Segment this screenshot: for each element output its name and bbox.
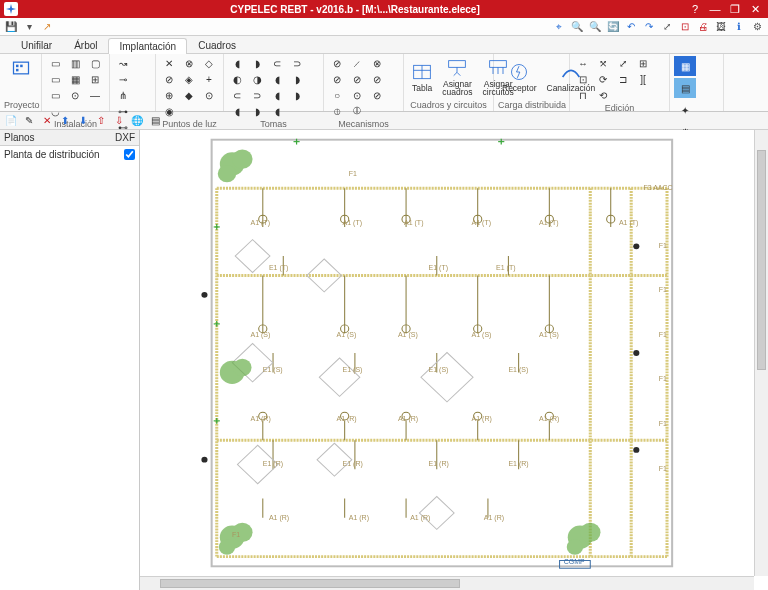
toma-icon[interactable]: ⊂ [268, 56, 286, 70]
edicion-icon[interactable]: ⤢ [614, 56, 632, 70]
proyecto-button[interactable] [4, 56, 37, 80]
tb2-globe-icon[interactable]: 🌐 [130, 114, 144, 128]
luz-icon[interactable]: ✕ [160, 56, 178, 70]
qat-window-icon[interactable]: ⊡ [678, 20, 692, 34]
qat-refresh-icon[interactable]: 🔄 [606, 20, 620, 34]
qat-settings-icon[interactable]: ⚙ [750, 20, 764, 34]
toma-icon[interactable]: ◖ [268, 72, 286, 86]
minimize-button[interactable]: — [706, 2, 724, 16]
instalacion-icon[interactable]: ⊞ [86, 72, 104, 86]
tab-implantacion[interactable]: Implantación [108, 38, 187, 54]
scrollbar-thumb[interactable] [160, 579, 460, 588]
tabla-button[interactable]: Tabla [408, 56, 436, 99]
mecanismo-icon[interactable]: ⦶ [328, 104, 346, 118]
luz-icon[interactable]: ◆ [180, 88, 198, 102]
mecanismo-icon[interactable]: ⊘ [368, 88, 386, 102]
tab-arbol[interactable]: Árbol [63, 37, 108, 53]
note-button[interactable]: ▤ [674, 78, 696, 98]
mecanismo-icon[interactable]: ⟋ [348, 56, 366, 70]
conexiones-icon[interactable]: ↝ [114, 56, 132, 70]
mecanismo-icon[interactable]: ⊘ [328, 56, 346, 70]
luz-icon[interactable]: ◉ [160, 104, 178, 118]
instalacion-icon[interactable]: ▢ [86, 56, 104, 70]
qat-undo-icon[interactable]: ↶ [624, 20, 638, 34]
qat-save-icon[interactable]: 💾 [4, 20, 18, 34]
toma-icon[interactable]: ◐ [228, 72, 246, 86]
edicion-icon[interactable]: ⊓ [574, 88, 592, 102]
tb2-new-icon[interactable]: 📄 [4, 114, 18, 128]
mecanismo-icon[interactable]: ⊗ [368, 56, 386, 70]
help-button[interactable]: ? [686, 2, 704, 16]
instalacion-icon[interactable]: ▭ [46, 56, 64, 70]
toma-icon[interactable]: ◑ [248, 72, 266, 86]
tb2-down-icon[interactable]: ⬇ [76, 114, 90, 128]
edicion-icon[interactable]: ⤧ [594, 56, 612, 70]
qat-dropdown-icon[interactable]: ▾ [22, 20, 36, 34]
calc-button[interactable]: ▦ [674, 56, 696, 76]
toma-icon[interactable]: ◗ [288, 88, 306, 102]
wand-button[interactable]: ✦ [674, 100, 696, 120]
instalacion-icon[interactable]: ▥ [66, 56, 84, 70]
edicion-icon[interactable]: ↔ [574, 56, 592, 70]
conexiones-icon[interactable]: ⋔ [114, 88, 132, 102]
sidebar-row-planta[interactable]: Planta de distribución [0, 146, 139, 162]
tb2-edit-icon[interactable]: ✎ [22, 114, 36, 128]
qat-zoomin-icon[interactable]: 🔍 [570, 20, 584, 34]
mecanismo-icon[interactable]: ○ [328, 88, 346, 102]
instalacion-icon[interactable]: ▦ [66, 72, 84, 86]
tb2-top-icon[interactable]: ⇧ [94, 114, 108, 128]
toma-icon[interactable]: ◗ [248, 104, 266, 118]
qat-info-icon[interactable]: ℹ [732, 20, 746, 34]
tb2-up-icon[interactable]: ⬆ [58, 114, 72, 128]
toma-icon[interactable]: ◖ [268, 88, 286, 102]
qat-target-icon[interactable]: ⌖ [552, 20, 566, 34]
luz-icon[interactable]: ⊘ [160, 72, 178, 86]
qat-zoomout-icon[interactable]: 🔍 [588, 20, 602, 34]
edicion-icon[interactable]: ⊐ [614, 72, 632, 86]
toma-icon[interactable]: ◗ [248, 56, 266, 70]
sidebar-row-checkbox[interactable] [124, 149, 135, 160]
qat-print-icon[interactable]: 🖨 [696, 20, 710, 34]
edicion-icon[interactable]: ⊞ [634, 56, 652, 70]
mecanismo-icon[interactable]: ⊙ [348, 88, 366, 102]
edicion-icon[interactable]: ⊡ [574, 72, 592, 86]
scrollbar-horizontal[interactable] [140, 576, 754, 590]
qat-export-icon[interactable]: ↗ [40, 20, 54, 34]
qat-extent-icon[interactable]: ⤢ [660, 20, 674, 34]
instalacion-icon[interactable]: ⊙ [66, 88, 84, 102]
maximize-button[interactable]: ❐ [726, 2, 744, 16]
instalacion-icon[interactable]: ▭ [46, 88, 64, 102]
edicion-icon[interactable]: ][ [634, 72, 652, 86]
toma-icon[interactable]: ⊃ [288, 56, 306, 70]
qat-image-icon[interactable]: 🖼 [714, 20, 728, 34]
tab-unifilar[interactable]: Unifilar [10, 37, 63, 53]
edicion-icon[interactable]: ⟲ [594, 88, 612, 102]
luz-icon[interactable]: + [200, 72, 218, 86]
scrollbar-thumb[interactable] [757, 150, 766, 370]
luz-icon[interactable]: ◈ [180, 72, 198, 86]
edicion-icon[interactable]: ⟳ [594, 72, 612, 86]
mecanismo-icon[interactable]: ⊘ [328, 72, 346, 86]
mecanismo-icon[interactable]: ⊘ [348, 72, 366, 86]
toma-icon[interactable]: ◖ [228, 56, 246, 70]
scrollbar-vertical[interactable] [754, 130, 768, 576]
asignar-cuadros-button[interactable]: Asignar cuadros [438, 56, 476, 99]
tb2-layers-icon[interactable]: ▤ [148, 114, 162, 128]
toma-icon[interactable]: ◗ [288, 72, 306, 86]
instalacion-icon[interactable]: — [86, 88, 104, 102]
toma-icon[interactable]: ◖ [268, 104, 286, 118]
mecanismo-icon[interactable]: ⊘ [368, 72, 386, 86]
receptor-button[interactable]: Receptor [498, 56, 541, 99]
toma-icon[interactable]: ◖ [228, 104, 246, 118]
conexiones-icon[interactable]: ⊸ [114, 72, 132, 86]
tb2-bottom-icon[interactable]: ⇩ [112, 114, 126, 128]
toma-icon[interactable]: ⊃ [248, 88, 266, 102]
luz-icon[interactable]: ◇ [200, 56, 218, 70]
tab-cuadros[interactable]: Cuadros [187, 37, 247, 53]
luz-icon[interactable]: ⊕ [160, 88, 178, 102]
drawing-canvas[interactable]: F1 F3 AACC A1 (T) A1 (T) A1 (T) A1 (T) A… [140, 130, 754, 576]
mecanismo-icon[interactable]: ⦷ [348, 104, 366, 118]
luz-icon[interactable]: ⊙ [200, 88, 218, 102]
qat-redo-icon[interactable]: ↷ [642, 20, 656, 34]
close-button[interactable]: ✕ [746, 2, 764, 16]
